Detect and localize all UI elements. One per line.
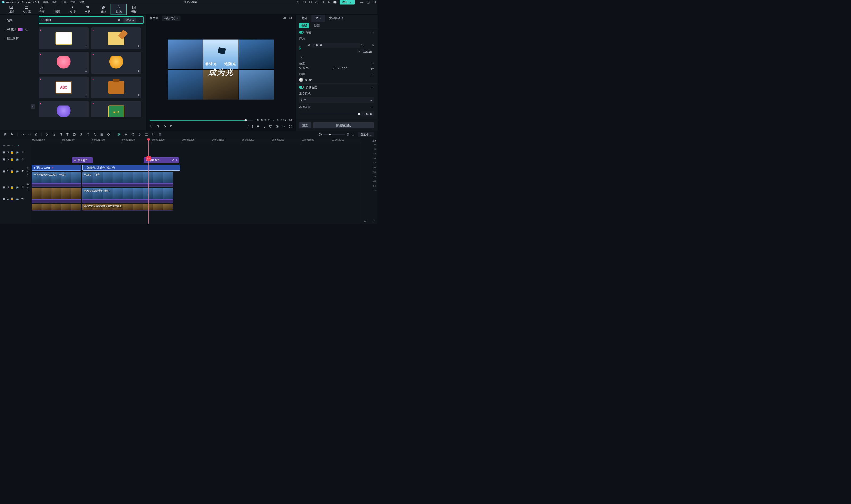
clear-search-button[interactable]: ✕	[118, 18, 120, 21]
download-icon[interactable]: ⬇	[138, 94, 140, 97]
keyframe-panel-button[interactable]: 關鍵幀面板	[313, 122, 374, 128]
camera-button[interactable]	[276, 125, 279, 129]
snapshot-icon[interactable]	[309, 1, 312, 4]
track-2-header[interactable]: ▣2🔒🔈👁	[0, 195, 32, 202]
sticker-item[interactable]: ♦⬇	[91, 76, 141, 98]
keyframe-icon[interactable]: ◇	[372, 86, 374, 89]
delete-button[interactable]	[35, 133, 42, 136]
list-button[interactable]	[256, 125, 260, 129]
marker-tool-icon[interactable]	[152, 133, 155, 136]
zoom-fit-button[interactable]	[351, 133, 354, 136]
indicator-dropdown[interactable]: 指示器⌄	[358, 132, 374, 137]
opacity-slider[interactable]	[299, 113, 359, 114]
lock-aspect-button[interactable]	[299, 46, 303, 51]
keyframe-icon[interactable]: ◇	[372, 31, 374, 34]
sticker-search-input[interactable]	[46, 18, 117, 21]
clip-marker[interactable]	[172, 159, 174, 161]
crop-button[interactable]	[52, 133, 55, 136]
subtitle-tool-icon[interactable]	[145, 133, 148, 136]
clip-title-2[interactable]: T追随光 / 靠近光 / 成为光	[83, 165, 180, 170]
sticker-item[interactable]: ♦⬇	[39, 28, 89, 50]
clip-video-2b[interactable]: 那些来自人家家的孩子在毕业典礼上...	[83, 204, 173, 211]
mute-icon[interactable]: 🔈	[16, 185, 19, 189]
avatar[interactable]	[334, 1, 337, 4]
tab-transitions[interactable]: 轉場	[65, 4, 80, 15]
keyframe-icon[interactable]: ◇	[372, 73, 374, 76]
track-6-header[interactable]: ▣6🔒🔈👁	[0, 148, 32, 156]
grid-tool-icon[interactable]	[159, 133, 162, 136]
play-button[interactable]	[163, 125, 166, 129]
lock-icon[interactable]: 🔒	[11, 150, 14, 154]
keyframe-icon[interactable]: ◇	[372, 43, 374, 47]
mic-tool-icon[interactable]	[138, 133, 141, 136]
mute-icon[interactable]: 🔈	[16, 158, 19, 161]
search-filter-dropdown[interactable]: 全部⌄	[123, 18, 136, 23]
timeline-tracks[interactable]: 00:00:15:00 00:00:16:00 00:00:17:00 00:0…	[32, 139, 361, 223]
rotate-knob[interactable]	[299, 78, 303, 82]
visibility-icon[interactable]: 👁	[21, 150, 24, 154]
opacity-knob[interactable]	[358, 113, 360, 115]
menu-file[interactable]: 檔案	[43, 0, 49, 4]
mute-icon[interactable]: 🔈	[16, 169, 19, 173]
subtab-basic[interactable]: 基礎	[299, 23, 309, 28]
magnet-icon[interactable]	[17, 144, 19, 147]
pos-y-input[interactable]: 0.00	[342, 67, 369, 70]
text-tool-icon[interactable]	[66, 133, 69, 136]
playhead[interactable]: ✂	[148, 139, 149, 223]
info-icon[interactable]: ⓘ	[25, 28, 28, 31]
compare-icon[interactable]	[283, 16, 286, 20]
enhance-tool-icon[interactable]	[124, 133, 128, 136]
tab-media[interactable]: 媒體	[3, 4, 19, 15]
split-at-playhead-button[interactable]: ✂	[146, 156, 151, 161]
export-button[interactable]: 導出 ⌄	[340, 0, 355, 4]
clip-bg-1[interactable]: 🖼彩色背景	[72, 157, 93, 163]
keyframe-icon[interactable]: ◇	[372, 62, 374, 65]
sidebar-item-sticker-assets[interactable]: ›貼紙素材	[0, 34, 38, 43]
preview-canvas[interactable]: 靠近光追随光 成为光	[168, 40, 274, 100]
lock-icon[interactable]: 🔒	[11, 158, 14, 161]
scale-y-input[interactable]: 100.00	[361, 49, 367, 54]
fullscreen-button[interactable]	[289, 125, 292, 129]
sticker-item[interactable]: ♦≡ B⬇	[91, 101, 141, 117]
sticker-item[interactable]: ♦⬇	[91, 28, 141, 50]
zoom-in-button[interactable]	[346, 133, 350, 136]
clip-video-2a[interactable]	[32, 204, 81, 211]
pos-x-input[interactable]: 0.00	[303, 67, 330, 70]
sticker-item[interactable]: ♦⬇	[91, 52, 141, 74]
chevron-down-icon[interactable]: ⌄	[263, 125, 266, 128]
audio-tool-icon[interactable]	[59, 133, 62, 136]
speed-tool-icon[interactable]	[79, 133, 83, 136]
composite-toggle[interactable]	[299, 86, 304, 89]
track-5-header[interactable]: ▣5🔒🔈👁	[0, 156, 32, 163]
clip-video-4b[interactable]: 毕业性 — 序赛	[83, 172, 173, 186]
color-tool-icon[interactable]	[86, 133, 90, 136]
blend-mode-dropdown[interactable]: 正常	[299, 97, 374, 103]
lock-icon[interactable]: 🔒	[11, 169, 14, 173]
zoom-slider[interactable]	[323, 134, 345, 135]
close-button[interactable]: ✕	[373, 0, 376, 4]
next-frame-button[interactable]	[156, 125, 160, 129]
tab-titles[interactable]: 標題	[50, 4, 65, 15]
scrub-knob[interactable]	[244, 119, 247, 121]
visibility-icon[interactable]: 👁	[21, 185, 24, 189]
sticker-item[interactable]: ♦ABC⬇	[39, 76, 89, 98]
download-icon[interactable]: ⬇	[85, 45, 87, 48]
mark-in-button[interactable]: {	[248, 125, 249, 128]
prev-frame-button[interactable]	[150, 125, 153, 129]
lock-icon[interactable]: 🔒	[11, 185, 14, 189]
mute-icon[interactable]: 🔈	[16, 150, 19, 154]
keyframe-icon[interactable]: ◇	[301, 56, 303, 59]
visibility-icon[interactable]: 👁	[21, 169, 24, 173]
link-icon[interactable]	[7, 144, 10, 147]
clip-video-4a[interactable]: 一个不读书的人是没有...一位伟	[32, 172, 81, 186]
menu-help[interactable]: 幫助	[79, 0, 85, 4]
shield-tool-icon[interactable]	[131, 133, 134, 136]
mark-out-button[interactable]: }	[252, 125, 253, 128]
apps-icon[interactable]	[327, 1, 331, 4]
reset-button[interactable]: 重置	[299, 122, 311, 128]
sidebar-back-button[interactable]: ‹	[31, 104, 35, 109]
record-icon[interactable]	[297, 1, 300, 4]
prop-tab-video[interactable]: 影片	[312, 15, 325, 22]
track-tool-icon[interactable]	[100, 133, 103, 136]
scrub-track[interactable]	[150, 120, 253, 121]
